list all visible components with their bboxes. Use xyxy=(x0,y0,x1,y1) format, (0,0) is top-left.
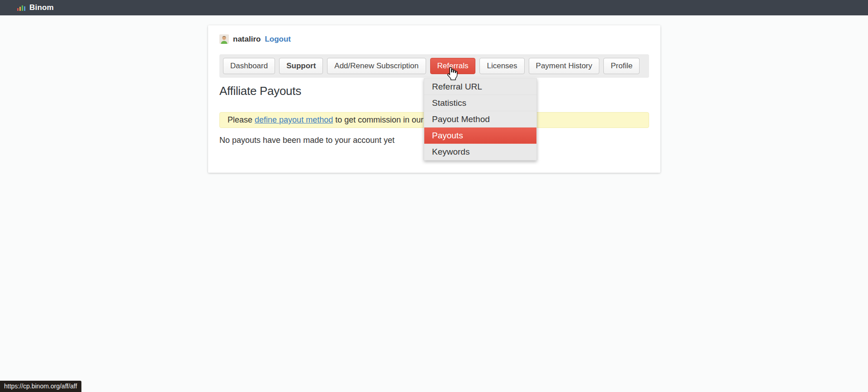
dropdown-keywords[interactable]: Keywords xyxy=(424,144,536,160)
nav-dashboard[interactable]: Dashboard xyxy=(223,58,275,74)
nav-support[interactable]: Support xyxy=(279,58,323,74)
user-row: nataliro Logout xyxy=(219,34,291,44)
logout-link[interactable]: Logout xyxy=(265,35,291,44)
dropdown-payout-method[interactable]: Payout Method xyxy=(424,111,536,128)
nav-payment-history[interactable]: Payment History xyxy=(529,58,600,74)
topbar: Binom xyxy=(0,0,868,15)
nav-profile[interactable]: Profile xyxy=(603,58,640,74)
referrals-dropdown-menu: Referral URL Statistics Payout Method Pa… xyxy=(424,78,537,161)
dropdown-statistics[interactable]: Statistics xyxy=(424,95,536,111)
define-payout-method-link[interactable]: define payout method xyxy=(255,115,333,125)
nav-licenses[interactable]: Licenses xyxy=(479,58,524,74)
link-status-bar: https://cp.binom.org/aff/aff xyxy=(0,381,81,392)
avatar xyxy=(219,34,229,44)
nav-add-renew-subscription[interactable]: Add/Renew Subscription xyxy=(327,58,426,74)
nav-referrals[interactable]: Referrals xyxy=(430,58,476,74)
notice-text-prefix: Please xyxy=(228,115,255,125)
dropdown-payouts[interactable]: Payouts xyxy=(424,128,536,144)
brand-name: Binom xyxy=(29,3,54,12)
main-nav: Dashboard Support Add/Renew Subscription… xyxy=(219,54,649,78)
dropdown-referral-url[interactable]: Referral URL xyxy=(424,79,536,95)
brand-logo[interactable]: Binom xyxy=(17,3,54,12)
bar-chart-icon xyxy=(17,5,25,11)
no-payouts-message: No payouts have been made to your accoun… xyxy=(219,136,394,145)
username: nataliro xyxy=(233,35,261,44)
page-title: Affiliate Payouts xyxy=(219,84,301,98)
